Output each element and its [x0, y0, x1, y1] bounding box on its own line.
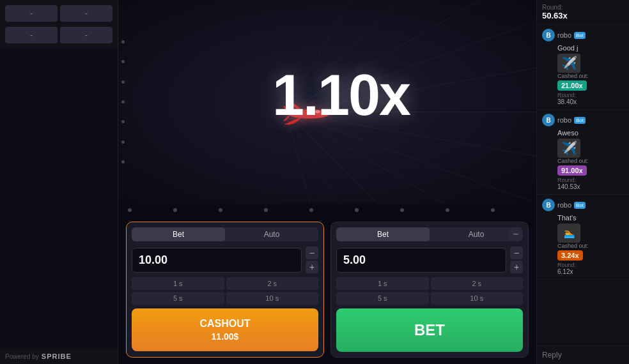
- graph-dot-5: [121, 120, 125, 123]
- msg-top-2: B robo Bot: [542, 114, 624, 126]
- sidebar-content: [0, 49, 118, 349]
- bet-tab-2-bet[interactable]: Bet: [336, 227, 430, 241]
- quick-1s-1[interactable]: 1 s: [132, 277, 224, 290]
- reply-bar: 😊 GIF 🌧: [537, 345, 629, 364]
- timeline-dot-4: [264, 208, 268, 212]
- bet-amount-2: 5.00: [336, 248, 506, 273]
- bet-tab-1-bet[interactable]: Bet: [132, 227, 225, 241]
- spribe-logo: SPRIBE: [42, 353, 72, 360]
- chat-message-2: B robo Bot Aweso ✈️ Cashed out: 91.00x R…: [537, 110, 629, 195]
- round-info-small-2: Round:: [557, 177, 624, 183]
- stepper-plus-2[interactable]: +: [510, 261, 523, 273]
- bet-stepper-2: − +: [510, 246, 523, 273]
- msg-top-3: B robo Bot: [542, 199, 624, 211]
- timeline-dot-5: [309, 208, 313, 212]
- bet-controls: Bet Auto 10.00 − + 1 s 2 s 5 s 10 s CASH…: [118, 216, 536, 364]
- multiplier-display: 1.10x: [272, 63, 410, 128]
- timeline-dot-9: [491, 208, 495, 212]
- chat-message-3: B robo Bot That's 🏊 Cashed out: 3.24x Ro…: [537, 195, 629, 280]
- timeline-dots: [118, 204, 536, 216]
- bet-button[interactable]: BET: [336, 308, 523, 352]
- graph-dots: [118, 32, 125, 172]
- graph-dot-4: [121, 100, 125, 103]
- main-game: 1.10x: [118, 0, 536, 364]
- cashed-label-1: Cashed out:: [557, 73, 624, 79]
- bet-stepper-1: − +: [306, 246, 318, 273]
- sidebar-top-buttons: - -: [0, 0, 118, 27]
- cashed-label-2: Cashed out:: [557, 158, 624, 164]
- bet-amount-row-1: 10.00 − +: [132, 246, 318, 273]
- username-1: robo: [557, 31, 571, 39]
- round-info-small-1: Round:: [557, 92, 624, 98]
- bet-amount-row-2: 5.00 − +: [336, 246, 523, 273]
- quick-amounts-1: 1 s 2 s 5 s 10 s: [132, 277, 318, 305]
- stepper-minus-1[interactable]: −: [306, 246, 318, 259]
- avatar-1: B: [542, 29, 555, 42]
- powered-by: Powered by SPRIBE: [0, 349, 118, 364]
- timeline-dot-6: [355, 208, 359, 212]
- quick-1s-2[interactable]: 1 s: [336, 277, 429, 290]
- round-val-small-1: 38.40x: [557, 98, 624, 105]
- msg-text-2: Aweso: [557, 129, 624, 137]
- sidebar-bottom-btn2[interactable]: -: [60, 27, 113, 43]
- round-val-small-2: 140.53x: [557, 183, 624, 190]
- timeline-dot-8: [446, 208, 449, 212]
- msg-text-1: Good j: [557, 44, 624, 52]
- bet-amount-1: 10.00: [132, 248, 302, 273]
- cashed-badge-1: 21.00x: [557, 80, 587, 91]
- username-3: robo: [557, 201, 571, 209]
- left-sidebar: - - - - Powered by SPRIBE: [0, 0, 118, 364]
- reply-input[interactable]: [542, 351, 629, 360]
- bet-panel-1: Bet Auto 10.00 − + 1 s 2 s 5 s 10 s CASH…: [126, 222, 324, 358]
- graph-dot-3: [121, 80, 125, 84]
- msg-text-3: That's: [557, 214, 624, 222]
- timeline-dot-1: [128, 208, 132, 212]
- round-label: Round:: [542, 4, 624, 11]
- bot-badge-2: Bot: [574, 117, 586, 124]
- graph-dot-2: [121, 60, 125, 63]
- bet-tab-1-auto[interactable]: Auto: [225, 227, 318, 241]
- quick-10s-1[interactable]: 10 s: [226, 292, 319, 305]
- timeline-dot-2: [173, 208, 177, 212]
- chat-messages: B robo Bot Good j ✈️ Cashed out: 21.00x …: [537, 25, 629, 345]
- bet-panel-2-tabs: Bet Auto: [336, 227, 523, 241]
- right-panel: Round: 50.63x B robo Bot Good j ✈️ Cashe…: [536, 0, 629, 364]
- sidebar-bottom-buttons: - -: [0, 27, 118, 49]
- graph-dot-6: [121, 140, 125, 144]
- powered-by-text: Powered by: [5, 353, 39, 360]
- cashed-badge-2: 91.00x: [557, 165, 587, 176]
- graph-dot-1: [121, 40, 125, 43]
- graph-dot-7: [121, 160, 125, 163]
- sidebar-bottom-btn1[interactable]: -: [5, 27, 58, 43]
- quick-10s-2[interactable]: 10 s: [431, 292, 524, 305]
- stepper-minus-2[interactable]: −: [510, 246, 523, 259]
- cashed-label-3: Cashed out:: [557, 243, 624, 249]
- sidebar-top-btn2[interactable]: -: [60, 5, 113, 22]
- quick-2s-1[interactable]: 2 s: [226, 277, 319, 290]
- avatar-3: B: [542, 199, 555, 211]
- username-2: robo: [557, 116, 571, 124]
- cashout-label: CASHOUT: [132, 317, 318, 331]
- timeline-dot-7: [400, 208, 404, 212]
- game-canvas: 1.10x: [118, 0, 536, 204]
- cashout-amount: 11.00$: [132, 331, 318, 342]
- quick-amounts-2: 1 s 2 s 5 s 10 s: [336, 277, 523, 305]
- cashed-badge-3: 3.24x: [557, 250, 583, 261]
- msg-top-1: B robo Bot: [542, 29, 624, 42]
- quick-5s-1[interactable]: 5 s: [132, 292, 224, 305]
- chat-message-1: B robo Bot Good j ✈️ Cashed out: 21.00x …: [537, 25, 629, 110]
- panel-2-minus[interactable]: −: [509, 227, 523, 241]
- stepper-plus-1[interactable]: +: [306, 261, 318, 273]
- round-info-small-3: Round:: [557, 262, 624, 268]
- quick-2s-2[interactable]: 2 s: [431, 277, 524, 290]
- bet-panel-2: Bet Auto − 5.00 − + 1 s 2 s 5 s 10 s BET: [330, 222, 529, 358]
- round-info: Round: 50.63x: [537, 0, 629, 25]
- cashout-button[interactable]: CASHOUT 11.00$: [132, 308, 318, 351]
- timeline-dot-3: [219, 208, 222, 212]
- round-value: 50.63x: [542, 11, 624, 20]
- avatar-2: B: [542, 114, 555, 126]
- bot-badge-1: Bot: [574, 32, 586, 39]
- bet-panel-1-tabs: Bet Auto: [132, 227, 318, 241]
- quick-5s-2[interactable]: 5 s: [336, 292, 429, 305]
- sidebar-top-btn1[interactable]: -: [5, 5, 58, 22]
